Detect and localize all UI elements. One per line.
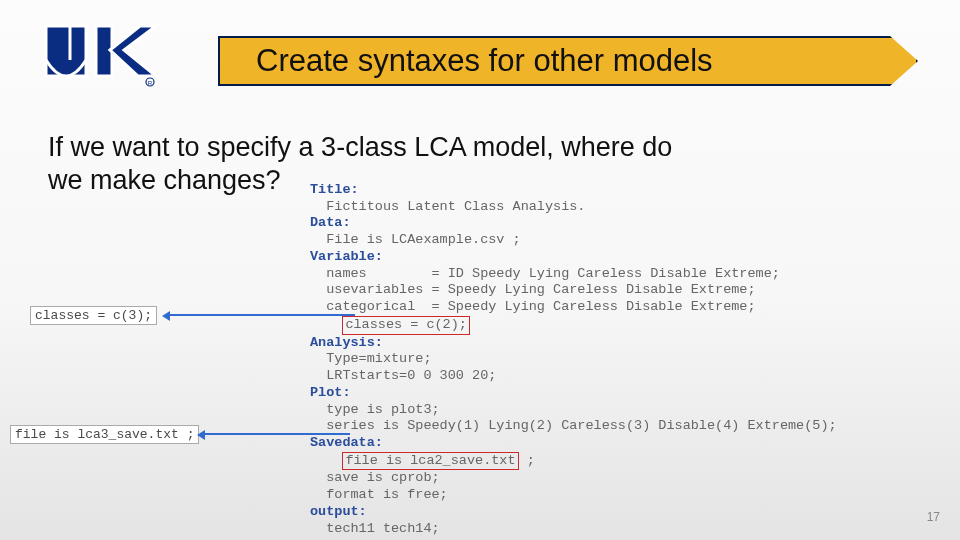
code-line: names = ID Speedy Lying Careless Disable… <box>310 266 940 283</box>
highlight-file: file is lca2_save.txt <box>342 452 518 471</box>
code-line: usevariables = Speedy Lying Careless Dis… <box>310 282 940 299</box>
page-number: 17 <box>927 510 940 524</box>
code-line: series is Speedy(1) Lying(2) Careless(3)… <box>310 418 940 435</box>
code-listing: Title: Fictitous Latent Class Analysis. … <box>310 182 940 537</box>
code-line: Fictitous Latent Class Analysis. <box>310 199 940 216</box>
code-line: tech11 tech14; <box>310 521 940 538</box>
code-section-analysis: Analysis: <box>310 335 940 352</box>
slide-title: Create syntaxes for other models <box>256 43 713 79</box>
annotation-classes: classes = c(3); <box>30 306 157 325</box>
code-line: categorical = Speedy Lying Careless Disa… <box>310 299 940 316</box>
uk-logo: R <box>40 20 160 90</box>
code-section-plot: Plot: <box>310 385 940 402</box>
code-line-file: file is lca2_save.txt ; <box>310 452 940 471</box>
uk-logo-icon: R <box>40 20 160 90</box>
code-section-variable: Variable: <box>310 249 940 266</box>
code-line: Type=mixture; <box>310 351 940 368</box>
title-banner: Create syntaxes for other models <box>218 36 918 86</box>
code-line: File is LCAexample.csv ; <box>310 232 940 249</box>
arrow-icon <box>200 433 350 435</box>
code-section-output: output: <box>310 504 940 521</box>
code-line: save is cprob; <box>310 470 940 487</box>
code-line-classes: classes = c(2); <box>310 316 940 335</box>
code-section-data: Data: <box>310 215 940 232</box>
code-section-title: Title: <box>310 182 940 199</box>
highlight-classes: classes = c(2); <box>342 316 470 335</box>
code-section-savedata: Savedata: <box>310 435 940 452</box>
code-line: format is free; <box>310 487 940 504</box>
code-line: LRTstarts=0 0 300 20; <box>310 368 940 385</box>
annotation-file: file is lca3_save.txt ; <box>10 425 199 444</box>
code-line: type is plot3; <box>310 402 940 419</box>
arrow-icon <box>165 314 355 316</box>
svg-text:R: R <box>148 80 153 86</box>
